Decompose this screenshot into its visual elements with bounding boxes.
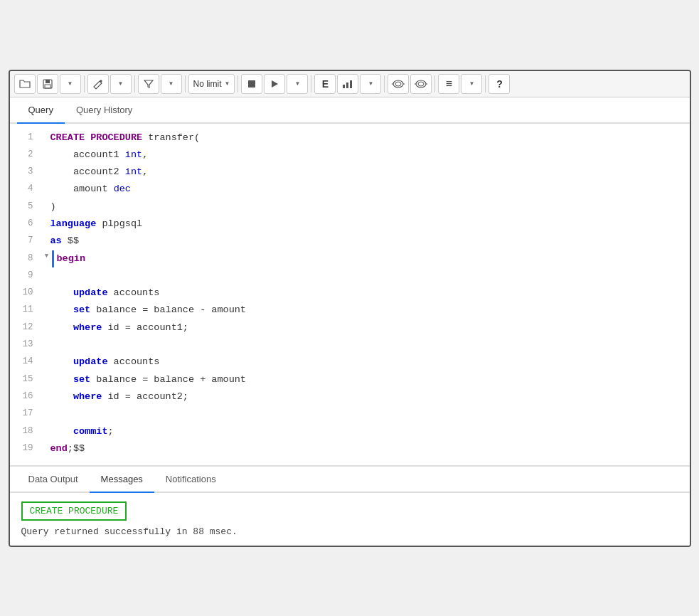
code-editor[interactable]: 1 CREATE PROCEDURE transfer( 2 account1 … — [10, 124, 690, 465]
editor-line: 17 — [10, 405, 690, 423]
editor-line: 6 language plpgsql — [10, 216, 690, 233]
editor-line: 5 ) — [10, 198, 690, 216]
editor-line: 12 where id = account1; — [10, 319, 690, 336]
editor-line: 11 set balance = balance - amount — [10, 302, 690, 319]
toolbar: ▼ ▼ ▼ No limit ▼ ▼ E — [10, 71, 690, 97]
editor-line: 10 update accounts — [10, 285, 690, 302]
editor-line: 19 end;$$ — [10, 440, 690, 457]
filter-btn[interactable] — [138, 74, 159, 94]
svg-marker-4 — [272, 80, 278, 87]
main-window: ▼ ▼ ▼ No limit ▼ ▼ E — [9, 70, 691, 547]
svg-rect-2 — [45, 85, 50, 88]
output-section: Data Output Messages Notifications CREAT… — [10, 465, 690, 546]
chart-btn[interactable] — [337, 74, 358, 94]
tab-notifications[interactable]: Notifications — [154, 467, 228, 493]
editor-line: 9 — [10, 267, 690, 285]
svg-point-13 — [418, 82, 424, 86]
macro-dropdown-btn[interactable]: ▼ — [461, 74, 482, 94]
svg-rect-3 — [248, 80, 255, 87]
tab-query-history[interactable]: Query History — [65, 97, 144, 124]
svg-rect-7 — [350, 80, 352, 88]
query-tab-bar: Query Query History — [10, 97, 690, 124]
svg-rect-6 — [346, 83, 348, 88]
run-dropdown-btn[interactable]: ▼ — [287, 74, 308, 94]
commit-btn[interactable] — [388, 74, 409, 94]
limit-label: No limit — [193, 79, 222, 89]
editor-line: 16 where id = account2; — [10, 388, 690, 405]
output-message: Query returned successfully in 88 msec. — [21, 526, 678, 537]
limit-dropdown[interactable]: No limit ▼ — [188, 74, 235, 94]
editor-line: 3 account2 int, — [10, 164, 690, 181]
editor-line: 1 CREATE PROCEDURE transfer( — [10, 129, 690, 147]
editor-line: 15 set balance = balance + amount — [10, 371, 690, 388]
output-tab-bar: Data Output Messages Notifications — [10, 467, 690, 493]
output-content: CREATE PROCEDURE Query returned successf… — [10, 493, 690, 546]
edit-dropdown-btn[interactable]: ▼ — [110, 74, 132, 94]
tab-data-output[interactable]: Data Output — [17, 467, 90, 493]
stop-btn[interactable] — [241, 74, 262, 94]
svg-point-9 — [395, 82, 401, 86]
editor-line: 4 amount dec — [10, 181, 690, 198]
run-btn[interactable] — [264, 74, 285, 94]
output-badge: CREATE PROCEDURE — [21, 501, 127, 521]
rollback-btn[interactable] — [410, 74, 432, 94]
edit-btn[interactable] — [87, 74, 109, 94]
svg-rect-5 — [343, 85, 345, 88]
filter-dropdown-btn[interactable]: ▼ — [161, 74, 182, 94]
chart-dropdown-btn[interactable]: ▼ — [360, 74, 381, 94]
save-btn[interactable] — [37, 74, 58, 94]
editor-line: 13 — [10, 336, 690, 354]
svg-rect-1 — [46, 80, 50, 83]
editor-line: 7 as $$ — [10, 233, 690, 250]
open-file-btn[interactable] — [14, 74, 36, 94]
editor-line: 2 account1 int, — [10, 147, 690, 164]
save-dropdown-btn[interactable]: ▼ — [60, 74, 81, 94]
tab-messages[interactable]: Messages — [90, 467, 154, 493]
explain-btn[interactable]: E — [314, 74, 336, 94]
tab-query[interactable]: Query — [17, 97, 65, 124]
editor-line: 18 commit; — [10, 423, 690, 440]
editor-line: 8 ▼ begin — [10, 250, 690, 267]
macro-btn[interactable]: ≡ — [438, 74, 459, 94]
editor-line: 14 update accounts — [10, 354, 690, 371]
help-btn[interactable]: ? — [489, 74, 510, 94]
